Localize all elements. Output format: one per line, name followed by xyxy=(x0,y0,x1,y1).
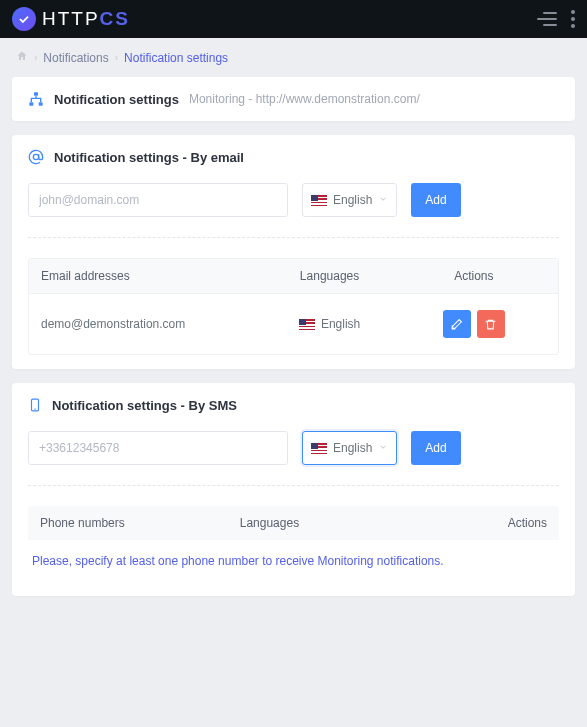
sms-section-title: Notification settings - By SMS xyxy=(52,398,237,413)
email-section-title: Notification settings - By email xyxy=(54,150,244,165)
home-icon[interactable] xyxy=(16,50,28,65)
app-header: HTTPCS xyxy=(0,0,587,38)
cell-language: English xyxy=(321,317,360,331)
flag-us-icon xyxy=(311,443,327,454)
divider xyxy=(28,485,559,486)
sitemap-icon xyxy=(28,91,44,107)
logo-check-icon xyxy=(12,7,36,31)
chevron-down-icon xyxy=(378,441,388,455)
table-row: demo@demonstration.com English xyxy=(29,293,558,354)
col-header-phone: Phone numbers xyxy=(40,516,240,530)
add-email-button[interactable]: Add xyxy=(411,183,460,217)
svg-rect-0 xyxy=(34,92,38,95)
select-value: English xyxy=(333,441,372,455)
select-value: English xyxy=(333,193,372,207)
flag-us-icon xyxy=(299,319,315,330)
chevron-down-icon xyxy=(378,193,388,207)
email-table: Email addresses Languages Actions demo@d… xyxy=(28,258,559,355)
logo[interactable]: HTTPCS xyxy=(12,7,130,31)
cell-email: demo@demonstration.com xyxy=(41,317,257,331)
phone-table: Phone numbers Languages Actions Please, … xyxy=(28,506,559,582)
phone-input[interactable] xyxy=(28,431,288,465)
page-subtitle: Monitoring - http://www.demonstration.co… xyxy=(189,92,420,106)
mobile-icon xyxy=(28,397,42,413)
email-input[interactable] xyxy=(28,183,288,217)
breadcrumb: › Notifications › Notification settings xyxy=(0,38,587,77)
email-section-card: Notification settings - By email English… xyxy=(12,135,575,369)
breadcrumb-sep: › xyxy=(34,52,37,63)
add-phone-button[interactable]: Add xyxy=(411,431,460,465)
page-title-card: Notification settings Monitoring - http:… xyxy=(12,77,575,121)
svg-rect-2 xyxy=(39,102,43,105)
svg-rect-1 xyxy=(29,102,33,105)
more-options-icon[interactable] xyxy=(571,10,575,28)
page-title: Notification settings xyxy=(54,92,179,107)
delete-button[interactable] xyxy=(477,310,505,338)
email-language-select[interactable]: English xyxy=(302,183,397,217)
col-header-languages: Languages xyxy=(257,269,401,283)
sms-section-card: Notification settings - By SMS English A… xyxy=(12,383,575,596)
col-header-email: Email addresses xyxy=(41,269,257,283)
at-icon xyxy=(28,149,44,165)
divider xyxy=(28,237,559,238)
svg-point-3 xyxy=(33,154,38,159)
breadcrumb-link-notifications[interactable]: Notifications xyxy=(43,51,108,65)
col-header-actions: Actions xyxy=(402,269,546,283)
edit-button[interactable] xyxy=(443,310,471,338)
sms-language-select[interactable]: English xyxy=(302,431,397,465)
breadcrumb-sep: › xyxy=(115,52,118,63)
breadcrumb-current: Notification settings xyxy=(124,51,228,65)
col-header-actions: Actions xyxy=(393,516,547,530)
empty-phone-message: Please, specify at least one phone numbe… xyxy=(28,540,559,582)
flag-us-icon xyxy=(311,195,327,206)
menu-toggle-icon[interactable] xyxy=(537,12,557,26)
col-header-languages: Languages xyxy=(240,516,394,530)
logo-text: HTTPCS xyxy=(42,8,130,30)
